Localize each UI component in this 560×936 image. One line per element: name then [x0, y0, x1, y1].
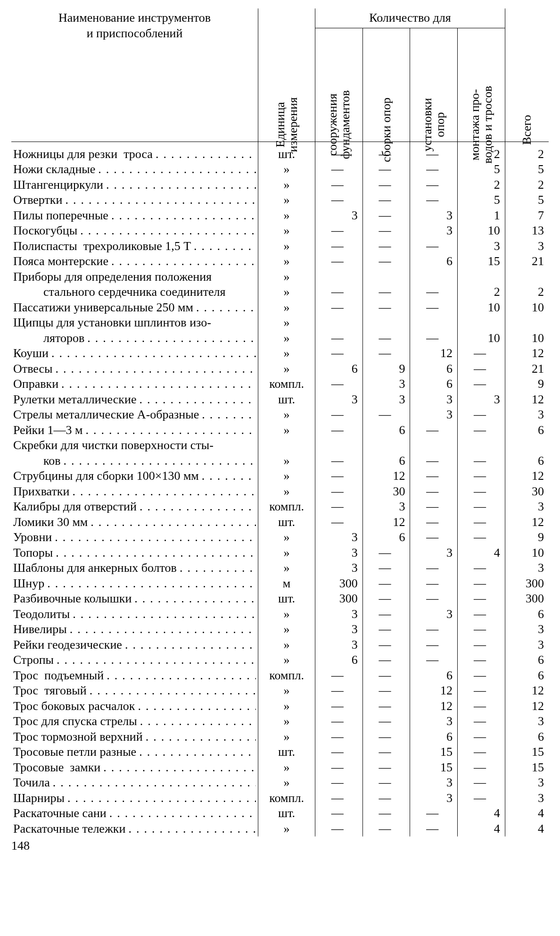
row-unit: м: [258, 576, 315, 592]
row-qty: 12: [362, 515, 410, 530]
row-qty: 6: [362, 453, 410, 469]
row-total: 10: [505, 300, 549, 316]
row-unit: компл.: [258, 791, 315, 806]
row-qty: 3: [315, 392, 363, 408]
row-unit: »: [258, 699, 315, 714]
row-qty: [362, 438, 410, 453]
row-unit: »: [258, 652, 315, 668]
page-number: 148: [11, 838, 549, 854]
row-qty: —: [410, 652, 458, 668]
row-qty: —: [315, 668, 363, 684]
row-qty: —: [410, 515, 458, 530]
row-qty: 6: [362, 530, 410, 545]
row-qty: 3: [410, 791, 458, 806]
row-name: Штангенциркули..........................…: [11, 177, 258, 193]
row-total: 30: [505, 484, 549, 500]
row-name: Трос боковых расчалок...................…: [11, 699, 258, 714]
row-qty: —: [315, 284, 363, 300]
row-qty: 2: [458, 284, 505, 300]
row-qty: 6: [410, 376, 458, 392]
row-name: ков.....................................…: [11, 453, 258, 469]
row-qty: 4: [458, 545, 505, 561]
table-row: Раскаточные сани........................…: [11, 806, 549, 821]
row-qty: 3: [362, 376, 410, 392]
row-unit: »: [258, 192, 315, 208]
row-name: Шарниры.................................…: [11, 791, 258, 806]
row-total: 6: [505, 453, 549, 469]
table-row: Щипцы для установки шплинтов изо-»: [11, 315, 549, 331]
row-unit: »: [258, 300, 315, 316]
row-unit: »: [258, 346, 315, 361]
row-qty: 3: [315, 607, 363, 622]
row-qty: —: [458, 468, 505, 484]
row-unit: »: [258, 683, 315, 699]
row-name: Пояса монтерские........................…: [11, 254, 258, 269]
row-name: стального сердечника соединителя: [11, 284, 258, 300]
row-qty: —: [362, 300, 410, 316]
row-unit: компл.: [258, 376, 315, 392]
row-qty: —: [410, 560, 458, 576]
row-qty: [315, 269, 363, 285]
header-col-2: сборки опор: [379, 98, 394, 162]
row-qty: —: [362, 652, 410, 668]
row-qty: —: [458, 376, 505, 392]
row-qty: —: [362, 177, 410, 193]
row-name: Раскаточные сани........................…: [11, 806, 258, 821]
row-unit: шт.: [258, 591, 315, 607]
row-qty: 3: [410, 607, 458, 622]
row-qty: —: [410, 300, 458, 316]
row-qty: 15: [458, 254, 505, 269]
row-qty: —: [458, 423, 505, 438]
row-qty: 3: [315, 208, 363, 224]
row-qty: 12: [410, 699, 458, 714]
header-col-1: сооружения фундаментов: [326, 66, 352, 184]
table-row: Разбивочные колышки.....................…: [11, 591, 549, 607]
table-row: Отвертки................................…: [11, 192, 549, 208]
row-qty: 3: [410, 714, 458, 729]
row-qty: 6: [315, 652, 363, 668]
row-total: 12: [505, 699, 549, 714]
row-total: 12: [505, 392, 549, 408]
row-qty: —: [315, 775, 363, 791]
row-qty: 10: [458, 331, 505, 346]
row-unit: »: [258, 284, 315, 300]
row-qty: —: [362, 239, 410, 254]
row-total: 12: [505, 683, 549, 699]
row-qty: [458, 438, 505, 453]
row-qty: —: [315, 821, 363, 837]
table-row: Точила..................................…: [11, 775, 549, 791]
row-name: Полиспасты трехроликовые 1,5 Т..........…: [11, 239, 258, 254]
row-unit: »: [258, 760, 315, 776]
row-name: Разбивочные колышки.....................…: [11, 591, 258, 607]
row-qty: [458, 315, 505, 331]
row-total: 15: [505, 744, 549, 760]
row-qty: —: [458, 407, 505, 423]
row-qty: —: [410, 453, 458, 469]
row-qty: —: [315, 453, 363, 469]
row-name: Отвесы..................................…: [11, 361, 258, 377]
row-name: Трос подъемный..........................…: [11, 668, 258, 684]
row-total: 9: [505, 376, 549, 392]
header-col-3: установки опор: [421, 66, 447, 184]
row-qty: —: [458, 607, 505, 622]
row-unit: »: [258, 331, 315, 346]
row-qty: —: [410, 484, 458, 500]
row-qty: [362, 269, 410, 285]
row-qty: 3: [362, 499, 410, 515]
row-qty: —: [458, 729, 505, 745]
row-unit: »: [258, 622, 315, 637]
row-name: Струбцины для сборки 100×130 мм.........…: [11, 468, 258, 484]
row-qty: —: [458, 453, 505, 469]
row-name: Ножницы для резки троса.................…: [11, 142, 258, 162]
row-qty: 5: [458, 192, 505, 208]
row-qty: 6: [410, 729, 458, 745]
row-qty: 3: [362, 392, 410, 408]
row-qty: 3: [315, 622, 363, 637]
table-row: стального сердечника соединителя»———22: [11, 284, 549, 300]
row-qty: 4: [458, 821, 505, 837]
row-qty: —: [458, 637, 505, 653]
row-qty: —: [362, 223, 410, 239]
row-qty: —: [458, 652, 505, 668]
row-qty: —: [362, 791, 410, 806]
row-qty: —: [362, 760, 410, 776]
